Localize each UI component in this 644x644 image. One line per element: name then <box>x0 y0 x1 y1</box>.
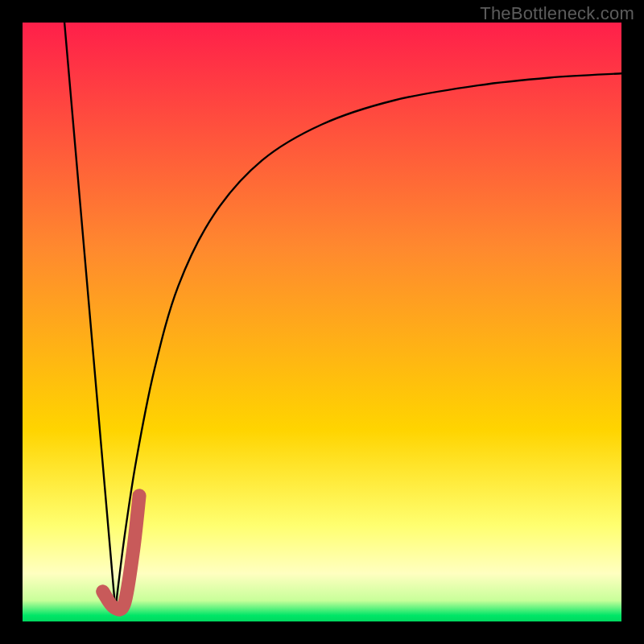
plot-svg <box>23 23 621 621</box>
watermark-text: TheBottleneck.com <box>480 3 634 24</box>
gradient-background <box>23 23 621 621</box>
chart-frame: TheBottleneck.com <box>0 0 644 644</box>
plot-area <box>23 23 621 621</box>
